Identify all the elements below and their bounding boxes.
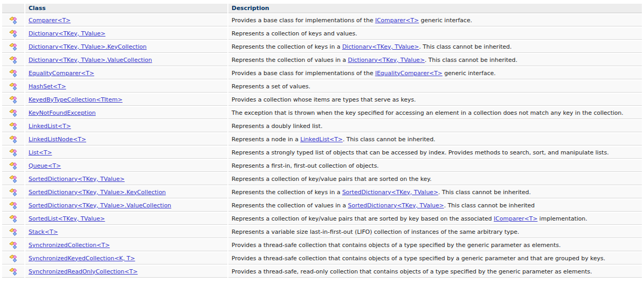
description-text: The exception that is thrown when the ke… — [232, 109, 623, 116]
class-icon — [9, 241, 17, 249]
class-cell: SortedList<TKey, TValue> — [25, 213, 227, 225]
class-icon — [9, 227, 17, 236]
class-link[interactable]: KeyedByTypeCollection<TItem> — [29, 96, 123, 103]
class-cell: SynchronizedCollection<T> — [25, 239, 227, 251]
table-row: Dictionary<TKey, TValue>Represents a col… — [2, 28, 642, 40]
class-icon — [9, 201, 17, 209]
class-link[interactable]: Queue<T> — [29, 162, 61, 169]
class-link[interactable]: SortedDictionary<TKey, TValue> — [29, 176, 125, 182]
class-link[interactable]: HashSet<T> — [29, 83, 66, 90]
class-cell: KeyNotFoundException — [25, 107, 227, 119]
class-icon — [9, 56, 17, 64]
description-text: Represents a set of values. — [232, 83, 310, 90]
class-link[interactable]: SynchronizedKeyedCollection<K, T> — [29, 255, 135, 262]
class-icon-cell — [2, 226, 24, 238]
table-row: Dictionary<TKey, TValue>.KeyCollectionRe… — [2, 41, 642, 53]
class-link[interactable]: SortedDictionary<TKey, TValue>.ValueColl… — [29, 202, 171, 209]
class-icon — [9, 161, 17, 170]
description-text: Represents a strongly typed list of obje… — [232, 149, 609, 156]
description-cell: Provides a collection whose items are ty… — [228, 94, 642, 106]
class-icon-cell — [2, 252, 24, 264]
table-row: SynchronizedCollection<T>Provides a thre… — [2, 239, 642, 251]
class-link[interactable]: SortedDictionary<TKey, TValue>.KeyCollec… — [29, 189, 166, 196]
class-link[interactable]: LinkedList<T> — [29, 123, 71, 130]
description-link[interactable]: LinkedList<T> — [300, 136, 343, 143]
description-cell: Represents a strongly typed list of obje… — [228, 147, 642, 159]
description-text: Represents the collection of values in a — [232, 202, 348, 209]
description-text: Represents a collection of key/value pai… — [232, 215, 494, 222]
table-row: LinkedList<T>Represents a doubly linked … — [2, 120, 642, 132]
description-link[interactable]: SortedDictionary<TKey, TValue> — [342, 189, 438, 196]
description-text: Provides a thread-safe collection that c… — [232, 242, 561, 249]
description-text: . This class cannot be inherited. — [343, 136, 435, 143]
description-text: Provides a thread-safe, read-only collec… — [232, 268, 592, 275]
class-icon — [9, 16, 17, 24]
class-cell: LinkedList<T> — [25, 120, 227, 132]
description-cell: Represents a set of values. — [228, 80, 642, 93]
description-cell: Represents a collection of key/value pai… — [228, 213, 642, 225]
class-icon-cell — [2, 239, 24, 251]
class-link[interactable]: KeyNotFoundException — [29, 109, 96, 116]
description-text: Provides a base class for implementation… — [232, 17, 375, 24]
description-cell: Represents the collection of values in a… — [228, 199, 642, 212]
description-cell: Provides a base class for implementation… — [228, 14, 642, 26]
class-icon-cell — [2, 94, 24, 106]
class-column-header: Class — [25, 4, 227, 13]
class-cell: SynchronizedReadOnlyCollection<T> — [25, 266, 227, 278]
description-link[interactable]: SortedDictionary<TKey, TValue> — [348, 202, 444, 209]
class-icon-cell — [2, 147, 24, 159]
table-row: SortedDictionary<TKey, TValue>Represents… — [2, 173, 642, 185]
table-row: List<T>Represents a strongly typed list … — [2, 147, 642, 159]
class-icon-cell — [2, 133, 24, 145]
description-cell: Provides a thread-safe collection that c… — [228, 239, 642, 251]
class-link[interactable]: LinkedListNode<T> — [29, 136, 86, 143]
description-link[interactable]: Dictionary<TKey, TValue> — [348, 57, 425, 63]
class-icon — [9, 214, 17, 223]
description-cell: Represents the collection of values in a… — [228, 54, 642, 66]
class-link[interactable]: Dictionary<TKey, TValue> — [29, 30, 105, 37]
class-link[interactable]: SortedList<TKey, TValue> — [29, 215, 105, 222]
class-link[interactable]: Dictionary<TKey, TValue>.KeyCollection — [29, 43, 146, 50]
class-cell: SortedDictionary<TKey, TValue>.ValueColl… — [25, 199, 227, 212]
class-link[interactable]: SynchronizedReadOnlyCollection<T> — [29, 268, 137, 275]
class-icon-cell — [2, 173, 24, 185]
class-icon — [9, 95, 17, 104]
class-link[interactable]: Dictionary<TKey, TValue>.ValueCollection — [29, 57, 152, 63]
description-cell: Provides a thread-safe collection that c… — [228, 252, 642, 264]
description-text: Represents a node in a — [232, 136, 300, 143]
class-cell: Dictionary<TKey, TValue> — [25, 28, 227, 40]
description-text: Represents a collection of keys and valu… — [232, 30, 357, 37]
class-icon-cell — [2, 160, 24, 172]
description-link[interactable]: IComparer<T> — [375, 17, 419, 24]
description-link[interactable]: IEqualityComparer<T> — [375, 70, 442, 77]
class-cell: SortedDictionary<TKey, TValue>.KeyCollec… — [25, 186, 227, 198]
description-text: Represents the collection of values in a — [232, 57, 348, 63]
description-text: Provides a base class for implementation… — [232, 70, 375, 77]
class-link[interactable]: EqualityComparer<T> — [29, 70, 94, 77]
class-link[interactable]: Comparer<T> — [29, 17, 71, 24]
table-row: EqualityComparer<T>Provides a base class… — [2, 67, 642, 79]
class-cell: HashSet<T> — [25, 80, 227, 93]
class-cell: Stack<T> — [25, 226, 227, 238]
description-link[interactable]: Dictionary<TKey, TValue> — [342, 43, 419, 50]
description-text: . This class cannot be inherited. — [419, 43, 512, 50]
description-text: generic interface. — [443, 70, 496, 77]
class-link[interactable]: SynchronizedCollection<T> — [29, 242, 110, 249]
table-row: SortedList<TKey, TValue>Represents a col… — [2, 213, 642, 225]
class-link[interactable]: List<T> — [29, 149, 52, 156]
class-icon — [9, 267, 17, 276]
description-text: Represents the collection of keys in a — [232, 189, 342, 196]
table-row: SortedDictionary<TKey, TValue>.KeyCollec… — [2, 186, 642, 198]
table-row: Stack<T>Represents a variable size last-… — [2, 226, 642, 238]
description-cell: Represents the collection of keys in a D… — [228, 41, 642, 53]
class-cell: Queue<T> — [25, 160, 227, 172]
class-icon-cell — [2, 54, 24, 66]
class-icon-cell — [2, 14, 24, 26]
description-cell: Provides a base class for implementation… — [228, 67, 642, 79]
class-icon — [9, 175, 17, 183]
class-link[interactable]: Stack<T> — [29, 229, 58, 235]
class-cell: List<T> — [25, 147, 227, 159]
description-text: generic interface. — [419, 17, 472, 24]
table-row: SortedDictionary<TKey, TValue>.ValueColl… — [2, 199, 642, 212]
description-link[interactable]: IComparer<T> — [494, 215, 538, 222]
